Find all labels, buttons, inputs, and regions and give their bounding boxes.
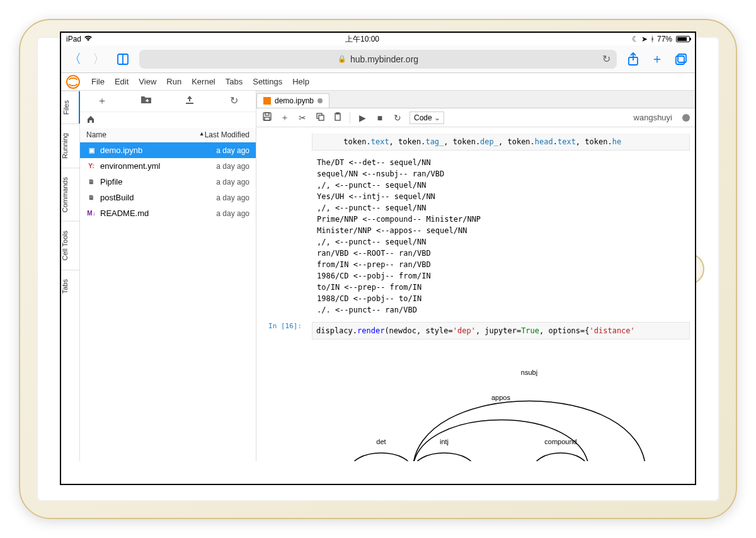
svg-rect-13 [319,115,324,120]
file-name: demo.ipynb [100,146,142,155]
output-cell: The/DT <--det-- sequel/NN sequel/NN <--n… [256,154,695,318]
kernel-status-icon [682,114,690,122]
insert-cell-icon[interactable]: ＋ [279,112,290,123]
file-date: a day ago [216,146,249,155]
breadcrumb[interactable] [80,112,256,128]
file-icon: 🗎 [86,194,96,201]
upload-icon[interactable] [182,94,197,108]
screen: iPad 上午10:00 ☾ ➤ ᚼ 77% 〈 〉 🔒 hub.mybinde… [60,31,696,485]
menu-view[interactable]: View [134,76,161,88]
menu-tabs[interactable]: Tabs [220,76,248,88]
file-icon: M↓ [86,210,96,217]
file-name: environment.yml [100,161,160,171]
file-row[interactable]: 🗎postBuilda day ago [80,190,256,205]
save-icon[interactable] [261,112,273,123]
stop-icon[interactable]: ■ [374,113,386,123]
svg-text:nsubj: nsubj [521,369,537,376]
svg-rect-5 [678,54,686,62]
file-row[interactable]: Y:environment.ymla day ago [80,158,256,174]
file-date: a day ago [216,209,249,218]
new-folder-icon[interactable] [139,94,154,108]
sidetab-running[interactable]: Running [61,123,79,168]
menu-run[interactable]: Run [161,76,186,88]
svg-text:det: det [376,438,386,445]
code-source-16[interactable]: displacy.render(newdoc, style='dep', jup… [312,322,690,340]
code-source[interactable]: token.text, token.tag_, token.dep_, toke… [312,134,690,151]
file-row[interactable]: ▣demo.ipynba day ago [80,142,256,158]
filebrowser-toolbar: ＋ ↻ [80,91,256,112]
file-icon: ▣ [86,147,96,154]
file-row[interactable]: 🗎Pipfilea day ago [80,174,256,190]
svg-rect-11 [265,117,270,120]
celltype-select[interactable]: Code [410,112,444,124]
notebook-toolbar: ＋ ✂ ▶ ■ ↻ Code wangshuyi [256,108,695,127]
run-icon[interactable]: ▶ [357,113,368,123]
url-text: hub.mybinder.org [350,54,418,64]
reload-icon[interactable]: ↻ [602,53,610,65]
address-bar[interactable]: 🔒 hub.mybinder.org ↻ [139,50,617,69]
battery-icon [676,36,690,42]
refresh-icon[interactable]: ↻ [226,94,241,108]
notebook-icon [263,97,271,105]
bookmarks-icon[interactable] [115,52,130,67]
jupyter-logo-icon [66,75,80,89]
menu-kernel[interactable]: Kernel [186,76,220,88]
jlab-body: FilesRunningCommandsCell ToolsTabs ＋ ↻ [61,91,695,461]
file-icon: 🗎 [86,178,96,185]
file-date: a day ago [216,193,249,202]
sidetab-tabs[interactable]: Tabs [61,270,79,302]
menu-file[interactable]: File [86,76,110,88]
sidetab-files[interactable]: Files [61,91,80,123]
tab-demo[interactable]: demo.ipynb [256,93,329,108]
menu-settings[interactable]: Settings [248,76,287,88]
file-name: README.md [100,209,149,218]
notebook[interactable]: token.text, token.tag_, token.dep_, toke… [256,127,695,461]
share-icon[interactable] [626,52,641,67]
ios-statusbar: iPad 上午10:00 ☾ ➤ ᚼ 77% [61,33,695,45]
displacy-output: detintjcompoundapposnsubj TheDETsequel,N… [256,348,695,461]
new-tab-icon[interactable]: ＋ [650,52,665,67]
wifi-icon [84,35,93,43]
menu-edit[interactable]: Edit [110,76,134,88]
jupyterlab: FileEditViewRunKernelTabsSettingsHelp Fi… [61,73,695,484]
svg-rect-4 [676,56,684,64]
col-modified[interactable]: Last Modified [205,130,249,139]
col-name[interactable]: Name [86,130,197,139]
sidetab-cell-tools[interactable]: Cell Tools [61,221,79,270]
back-button[interactable]: 〈 [67,52,83,67]
forward-button[interactable]: 〉 [91,52,106,67]
file-browser: ＋ ↻ Name ▲ Last Mo [80,91,256,461]
sidetab-commands[interactable]: Commands [61,168,79,221]
prompt [256,131,307,153]
file-row[interactable]: M↓README.mda day ago [80,205,256,221]
restart-icon[interactable]: ↻ [392,113,403,123]
paste-icon[interactable] [332,112,343,123]
svg-rect-15 [336,113,339,114]
doc-tabbar: demo.ipynb [256,91,695,108]
cut-icon[interactable]: ✂ [297,113,308,123]
copy-icon[interactable] [314,112,326,123]
new-launcher-icon[interactable]: ＋ [94,94,110,108]
prompt-16: In [16]: [256,319,307,342]
svg-text:intj: intj [440,438,449,445]
code-cell-prev[interactable]: token.text, token.tag_, token.dep_, toke… [256,131,695,153]
home-icon[interactable] [86,115,95,125]
lock-icon: 🔒 [338,55,346,63]
menu-help[interactable]: Help [287,76,314,88]
kernel-name[interactable]: wangshuyi [634,113,672,122]
file-date: a day ago [216,178,249,186]
device-name: iPad [66,35,81,43]
dirty-indicator-icon [318,98,323,103]
code-cell-16[interactable]: In [16]: displacy.render(newdoc, style='… [256,319,695,342]
safari-toolbar: 〈 〉 🔒 hub.mybinder.org ↻ ＋ [61,45,695,73]
tabs-icon[interactable] [673,52,689,67]
file-date: a day ago [216,162,249,171]
svg-rect-8 [186,103,193,104]
sort-icon[interactable]: ▲ [197,130,205,139]
filebrowser-header: Name ▲ Last Modified [80,128,256,142]
main-area: demo.ipynb ＋ ✂ [256,91,695,461]
side-tabbar: FilesRunningCommandsCell ToolsTabs [61,91,80,461]
clock: 上午10:00 [93,34,632,45]
bluetooth-icon: ᚼ [650,35,655,43]
tab-title: demo.ipynb [275,96,314,105]
